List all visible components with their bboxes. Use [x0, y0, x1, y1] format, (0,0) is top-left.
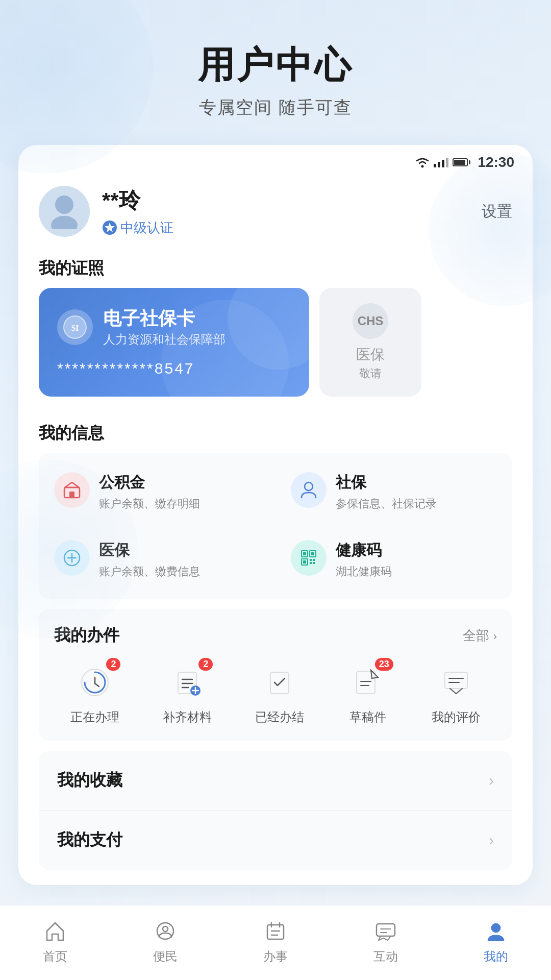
review-icon — [441, 667, 471, 698]
gongjijin-icon-wrap — [54, 472, 90, 508]
yibao-desc: 账户余额、缴费信息 — [99, 564, 200, 579]
chs-logo-text: CHS — [358, 314, 384, 328]
supplement-icon — [172, 667, 203, 698]
work-section-title: 我的办件 — [54, 624, 119, 647]
svg-rect-21 — [313, 562, 315, 564]
svg-rect-9 — [69, 492, 74, 498]
svg-rect-15 — [303, 552, 306, 555]
gongjijin-icon — [62, 480, 82, 500]
supplement-icon-wrap: 2 — [167, 662, 208, 703]
svg-point-2 — [51, 216, 78, 229]
shebao-icon — [299, 480, 318, 500]
svg-rect-41 — [267, 925, 284, 939]
mine-nav-label: 我的 — [484, 948, 508, 965]
work-item-draft[interactable]: 23 草稿件 — [347, 662, 388, 725]
gongjijin-text: 公积金 账户余额、缴存明细 — [99, 472, 200, 511]
settings-button[interactable]: 设置 — [482, 201, 512, 222]
draft-badge: 23 — [375, 658, 393, 671]
cert-badge: 中级认证 — [102, 219, 173, 237]
processing-icon-wrap: 2 — [74, 662, 115, 703]
processing-badge: 2 — [106, 658, 120, 671]
signal-bars — [434, 157, 448, 167]
health-card-logo: CHS — [353, 303, 388, 339]
list-items-section: 我的收藏 › 我的支付 › — [39, 751, 512, 870]
jiankangma-desc: 湖北健康码 — [336, 564, 392, 579]
certificates-section-title: 我的证照 — [18, 252, 533, 288]
draft-icon-wrap: 23 — [347, 662, 388, 703]
nav-item-affairs[interactable]: 办事 — [240, 918, 311, 965]
page-title-area: 用户中心 专属空间 随手可查 — [0, 0, 551, 145]
svg-rect-16 — [311, 552, 314, 555]
info-item-shebao[interactable]: 社保 参保信息、社保记录 — [276, 458, 512, 526]
profile-info: **玲 中级认证 — [102, 186, 173, 237]
favorites-chevron-icon: › — [489, 772, 494, 789]
my-info-section-title: 我的信息 — [18, 417, 533, 453]
card-number: *************8547 — [57, 360, 291, 377]
interact-nav-icon — [372, 918, 399, 944]
processing-label: 正在办理 — [70, 709, 119, 725]
avatar-person-icon — [49, 193, 80, 229]
health-card[interactable]: CHS 医保敬请 — [319, 288, 421, 397]
svg-point-47 — [491, 923, 500, 933]
list-item-payment[interactable]: 我的支付 › — [39, 810, 512, 870]
status-icons — [415, 157, 470, 168]
svg-rect-19 — [313, 559, 315, 561]
page-subtitle: 专属空间 随手可查 — [20, 96, 531, 119]
shebao-text: 社保 参保信息、社保记录 — [336, 472, 437, 511]
work-item-review[interactable]: 我的评价 — [432, 662, 481, 725]
yibao-icon-wrap — [54, 540, 90, 576]
svg-point-40 — [163, 926, 168, 932]
shebao-desc: 参保信息、社保记录 — [336, 496, 437, 511]
main-card: 12:30 **玲 中级认 — [18, 145, 533, 885]
profile-left: **玲 中级认证 — [39, 186, 173, 237]
info-row-2: 医保 账户余额、缴费信息 — [39, 526, 512, 594]
review-icon-wrap — [436, 662, 477, 703]
work-item-completed[interactable]: 已经办结 — [255, 662, 304, 725]
cert-star-icon — [102, 220, 117, 235]
payment-chevron-icon: › — [489, 831, 494, 849]
affairs-nav-icon — [262, 918, 289, 944]
card-text-group: 电子社保卡 人力资源和社会保障部 — [103, 306, 226, 348]
profile-name: **玲 — [102, 186, 173, 215]
work-all-button[interactable]: 全部 › — [463, 627, 497, 645]
processing-icon — [80, 667, 110, 698]
completed-icon-wrap — [259, 662, 300, 703]
nav-item-home[interactable]: 首页 — [19, 918, 91, 965]
completed-icon — [264, 667, 295, 698]
page-title: 用户中心 — [20, 41, 531, 90]
battery-icon — [453, 158, 470, 166]
jiankangma-icon — [299, 548, 318, 568]
my-work-section: 我的办件 全部 › 2 — [39, 609, 512, 741]
service-nav-label: 便民 — [153, 948, 178, 965]
svg-text:SI: SI — [71, 324, 79, 332]
svg-rect-33 — [357, 671, 375, 694]
work-item-supplement[interactable]: 2 补齐材料 — [163, 662, 212, 725]
supplement-badge: 2 — [198, 658, 213, 671]
work-items-row: 2 正在办理 — [39, 657, 512, 730]
info-item-yibao[interactable]: 医保 账户余额、缴费信息 — [39, 526, 276, 594]
gongjijin-desc: 账户余额、缴存明细 — [99, 496, 200, 511]
work-header: 我的办件 全部 › — [39, 619, 512, 657]
info-item-gongjijin[interactable]: 公积金 账户余额、缴存明细 — [39, 458, 276, 526]
yibao-icon — [62, 548, 82, 568]
status-time: 12:30 — [478, 154, 514, 170]
info-row-1: 公积金 账户余额、缴存明细 社保 参保信息、社保记录 — [39, 458, 512, 526]
info-item-jiankangma[interactable]: 健康码 湖北健康码 — [276, 526, 512, 594]
nav-item-interact[interactable]: 互动 — [350, 918, 421, 965]
service-nav-icon — [152, 918, 179, 944]
completed-label: 已经办结 — [255, 709, 304, 725]
health-card-hint: 医保敬请 — [356, 345, 385, 381]
affairs-nav-label: 办事 — [263, 948, 288, 965]
nav-item-service[interactable]: 便民 — [130, 918, 201, 965]
list-item-favorites[interactable]: 我的收藏 › — [39, 751, 512, 810]
svg-rect-18 — [310, 559, 312, 561]
svg-rect-44 — [377, 924, 395, 936]
card-logo: SI — [57, 309, 93, 345]
work-item-processing[interactable]: 2 正在办理 — [70, 662, 119, 725]
yibao-title: 医保 — [99, 540, 200, 561]
social-insurance-card[interactable]: SI 电子社保卡 人力资源和社会保障部 *************8547 — [39, 288, 309, 397]
nav-item-mine[interactable]: 我的 — [460, 918, 532, 965]
my-info-section: 公积金 账户余额、缴存明细 社保 参保信息、社保记录 — [39, 453, 512, 599]
jiankangma-title: 健康码 — [336, 540, 392, 561]
card-title: 电子社保卡 — [103, 306, 226, 331]
